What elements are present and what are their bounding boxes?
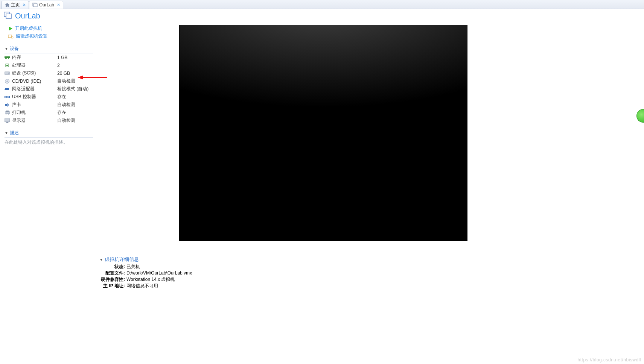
svg-rect-17 <box>5 89 6 89</box>
detail-value: D:\work\VM\OurLab\OurLab.vmx <box>126 270 192 276</box>
detail-key: 硬件兼容性: <box>99 276 126 283</box>
svg-rect-23 <box>5 118 10 122</box>
power-on-link[interactable]: 开启此虚拟机 <box>0 24 97 32</box>
caret-down-icon: ▼ <box>99 258 103 262</box>
tab-home[interactable]: 主页 × <box>2 1 29 9</box>
vm-details-header[interactable]: ▼ 虚拟机详细信息 <box>99 256 363 263</box>
device-value: 桥接模式 (自动) <box>57 86 88 92</box>
detail-row: 状态:已关机 <box>99 264 363 270</box>
device-label: 显示器 <box>12 117 26 124</box>
edit-settings-label: 编辑虚拟机设置 <box>16 33 47 39</box>
play-icon <box>8 26 13 31</box>
device-row[interactable]: 内存1 GB <box>5 53 93 61</box>
svg-text:USB: USB <box>5 96 9 98</box>
settings-icon <box>8 34 14 39</box>
detail-row: 配置文件:D:\work\VM\OurLab\OurLab.vmx <box>99 270 363 276</box>
detail-value: 网络信息不可用 <box>126 283 158 289</box>
device-value: 1 GB <box>57 55 67 60</box>
vm-preview[interactable] <box>179 25 467 241</box>
home-icon <box>5 3 9 7</box>
svg-rect-16 <box>5 88 9 90</box>
description-header[interactable]: ▼ 描述 <box>5 130 93 138</box>
device-row[interactable]: 显示器自动检测 <box>5 117 93 124</box>
vm-icon <box>32 3 38 7</box>
cpu-icon <box>5 63 10 68</box>
power-on-label: 开启此虚拟机 <box>15 25 42 32</box>
device-value: 20 GB <box>57 71 70 76</box>
svg-rect-24 <box>6 122 8 123</box>
svg-rect-11 <box>6 65 8 66</box>
detail-value: 已关机 <box>126 264 140 270</box>
usb-icon: USB <box>5 95 10 99</box>
svg-rect-9 <box>8 58 9 59</box>
device-label: USB 控制器 <box>12 94 36 100</box>
devices-header[interactable]: ▼ 设备 <box>5 46 93 53</box>
svg-rect-7 <box>5 58 6 59</box>
device-row[interactable]: 硬盘 (SCSI)20 GB <box>5 69 93 77</box>
svg-point-5 <box>11 36 13 38</box>
close-icon[interactable]: × <box>23 2 26 8</box>
description-placeholder[interactable]: 在此处键入对该虚拟机的描述。 <box>5 138 93 146</box>
vm-details: ▼ 虚拟机详细信息 状态:已关机配置文件:D:\work\VM\OurLab\O… <box>99 256 363 289</box>
svg-point-15 <box>7 80 8 82</box>
tab-label: 主页 <box>11 2 20 8</box>
detail-value: Workstation 14.x 虚拟机 <box>126 276 175 283</box>
svg-rect-22 <box>6 114 9 115</box>
edit-settings-link[interactable]: 编辑虚拟机设置 <box>0 32 97 40</box>
caret-down-icon: ▼ <box>5 47 8 51</box>
detail-row: 主 IP 地址:网络信息不可用 <box>99 283 363 289</box>
svg-point-13 <box>8 73 9 74</box>
device-label: CD/DVD (IDE) <box>12 79 41 84</box>
tab-bar: 主页 × OurLab × <box>0 0 644 9</box>
close-icon[interactable]: × <box>57 2 60 8</box>
device-label: 处理器 <box>12 62 26 68</box>
vm-details-header-label: 虚拟机详细信息 <box>105 256 139 263</box>
page-title: OurLab <box>15 12 40 20</box>
device-value: 存在 <box>57 109 66 116</box>
caret-down-icon: ▼ <box>5 131 8 135</box>
content-area: OurLab 开启此虚拟机 编辑虚拟机设置 ▼ 设备 内存1 GB处理器2硬盘 … <box>0 9 644 364</box>
device-row[interactable]: 网络适配器桥接模式 (自动) <box>5 85 93 93</box>
cd-icon <box>5 79 10 83</box>
detail-key: 主 IP 地址: <box>99 283 126 289</box>
page-title-row: OurLab <box>0 9 97 21</box>
device-label: 声卡 <box>12 102 21 108</box>
svg-rect-25 <box>6 123 9 123</box>
svg-rect-3 <box>6 14 11 18</box>
description-section: ▼ 描述 在此处键入对该虚拟机的描述。 <box>5 130 93 146</box>
device-label: 打印机 <box>12 109 26 116</box>
watermark: https://blog.csdn.net/hbiswdll <box>578 357 641 362</box>
device-row[interactable]: USBUSB 控制器存在 <box>5 93 93 101</box>
sound-icon <box>5 103 10 107</box>
main-area: ▼ 虚拟机详细信息 状态:已关机配置文件:D:\work\VM\OurLab\O… <box>97 9 644 364</box>
svg-rect-6 <box>5 56 10 58</box>
disk-icon <box>5 71 10 75</box>
devices-header-label: 设备 <box>10 46 19 52</box>
tab-label: OurLab <box>39 2 54 8</box>
device-row[interactable]: 打印机存在 <box>5 109 93 117</box>
device-value: 自动检测 <box>57 78 75 84</box>
detail-key: 配置文件: <box>99 270 126 276</box>
network-icon <box>5 87 10 91</box>
device-row[interactable]: 声卡自动检测 <box>5 101 93 109</box>
detail-row: 硬件兼容性:Workstation 14.x 虚拟机 <box>99 276 363 283</box>
device-value: 自动检测 <box>57 102 75 108</box>
devices-section: ▼ 设备 内存1 GB处理器2硬盘 (SCSI)20 GBCD/DVD (IDE… <box>5 46 93 124</box>
svg-rect-1 <box>33 4 37 7</box>
device-row[interactable]: 处理器2 <box>5 61 93 69</box>
detail-key: 状态: <box>99 264 126 270</box>
device-value: 存在 <box>57 94 66 100</box>
device-label: 内存 <box>12 54 21 61</box>
device-row[interactable]: CD/DVD (IDE)自动检测 <box>5 77 93 85</box>
device-value: 2 <box>57 63 60 68</box>
printer-icon <box>5 111 10 115</box>
sidebar: 开启此虚拟机 编辑虚拟机设置 ▼ 设备 内存1 GB处理器2硬盘 (SCSI)2… <box>0 21 97 149</box>
device-label: 硬盘 (SCSI) <box>12 70 36 76</box>
device-label: 网络适配器 <box>12 86 35 92</box>
vm-large-icon <box>4 11 12 21</box>
display-icon <box>5 118 10 123</box>
svg-rect-8 <box>6 58 7 59</box>
tab-ourlab[interactable]: OurLab × <box>29 1 63 9</box>
description-header-label: 描述 <box>10 130 19 136</box>
device-value: 自动检测 <box>57 117 75 124</box>
